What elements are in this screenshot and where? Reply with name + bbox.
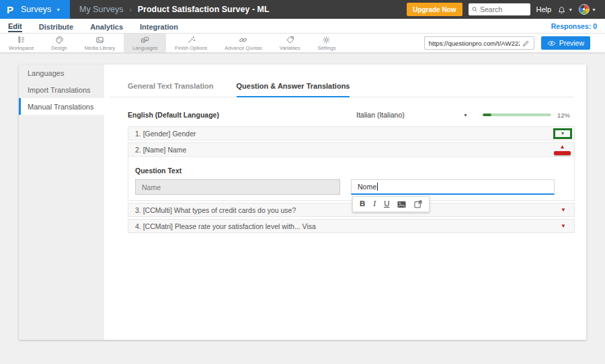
collapse-caret-icon[interactable]: ▲ (560, 144, 565, 150)
chevron-down-icon: ▼ (56, 7, 61, 12)
nav-edit[interactable]: Edit (8, 20, 22, 32)
toolbar-workspace[interactable]: Workspace (0, 34, 42, 52)
global-search[interactable] (469, 3, 530, 15)
survey-title: Product Satisfaction Survey - ML (138, 5, 270, 14)
image-icon (397, 201, 406, 208)
translate-icon: AR (140, 36, 149, 44)
responses-count[interactable]: Responses: 0 (551, 22, 597, 30)
media-image-icon (95, 36, 104, 44)
breadcrumb-separator-icon: › (129, 6, 131, 13)
survey-url-field[interactable] (424, 36, 534, 50)
translation-progress-bar (483, 113, 551, 116)
edit-toolbar: Workspace Design Media Library AR Langua… (0, 34, 605, 52)
sidebar-item-manual-translations[interactable]: Manual Translations (19, 98, 104, 115)
text-cursor (377, 183, 378, 191)
question-list: 1. [Gender] Gender ▼ 2. [Name] Name ▲ (128, 126, 575, 233)
search-input[interactable] (480, 5, 527, 13)
source-language-label: English (Default Language) (128, 111, 356, 119)
annotation-green-highlight-box: ▼ (553, 128, 572, 139)
target-language-value: Italian (Italiano) (356, 111, 405, 119)
format-toolbar: B I U (352, 196, 430, 212)
svg-text:R: R (143, 39, 145, 42)
chevron-down-icon: ▼ (568, 7, 573, 12)
question-row-ccmulti[interactable]: 3. [CCMulti] What types of credit cards … (128, 203, 575, 217)
bell-icon (557, 5, 566, 14)
notifications-menu[interactable]: ▼ (557, 5, 573, 14)
toolbar-media-library[interactable]: Media Library (76, 34, 124, 52)
product-switcher[interactable]: P Surveys ▼ (0, 0, 70, 19)
svg-text:A: A (146, 38, 148, 41)
bold-button[interactable]: B (360, 200, 365, 208)
questionpro-logo: P (7, 5, 13, 15)
magic-wand-icon (187, 36, 196, 44)
translations-sidebar: Languages Import Translations Manual Tra… (19, 64, 104, 340)
annotation-red-collapse-marker: ▲ (554, 144, 571, 155)
toolbar-design[interactable]: Design (42, 34, 75, 52)
question-text-label: Question Text (135, 167, 555, 175)
source-text-field: Name (135, 179, 340, 195)
question-row-ccmatri[interactable]: 4. [CCMatri] Please rate your satisfacti… (128, 219, 575, 233)
translations-card: Languages Import Translations Manual Tra… (19, 64, 586, 340)
translation-progress-fill (483, 113, 491, 116)
workspace-icon (17, 36, 26, 44)
search-icon (472, 6, 477, 13)
tab-question-answer-translations[interactable]: Question & Answer Translations (237, 82, 350, 97)
upgrade-now-button[interactable]: Upgrade Now (407, 3, 462, 16)
external-link-icon (414, 200, 422, 208)
tab-general-text-translation[interactable]: General Text Translation (128, 82, 214, 97)
toolbar-variables[interactable]: Variables (271, 34, 309, 52)
expand-caret-icon[interactable]: ▼ (561, 208, 566, 213)
toolbar-advance-quotas[interactable]: Advance Quotas (216, 34, 270, 52)
help-link[interactable]: Help (536, 5, 552, 13)
translations-main: General Text Translation Question & Answ… (104, 64, 586, 340)
avatar (579, 4, 590, 15)
sidebar-item-import-translations[interactable]: Import Translations (19, 81, 104, 98)
question-expanded-name: 2. [Name] Name ▲ Question Text Name (128, 142, 575, 201)
survey-url-input[interactable] (429, 40, 520, 47)
translation-text-input[interactable]: Nome (351, 179, 555, 195)
product-menu-label: Surveys (21, 5, 51, 14)
gear-icon (322, 36, 331, 44)
toolbar-settings[interactable]: Settings (309, 34, 344, 52)
edit-pencil-icon[interactable] (522, 40, 530, 47)
page-content: Languages Import Translations Manual Tra… (0, 52, 605, 340)
chain-link-icon (239, 36, 247, 44)
nav-analytics[interactable]: Analytics (90, 21, 123, 32)
underline-button[interactable]: U (384, 200, 389, 208)
question-row-name[interactable]: 2. [Name] Name ▲ (128, 143, 574, 157)
translation-tabs: General Text Translation Question & Answ… (110, 82, 575, 97)
translation-editor-panel: Question Text Name Nome B (128, 157, 574, 200)
italic-button[interactable]: I (373, 200, 376, 208)
insert-link-button[interactable] (414, 200, 422, 208)
annotation-red-bar (554, 151, 571, 155)
palette-icon (55, 36, 64, 44)
eye-icon (547, 40, 556, 46)
language-row: English (Default Language) Italian (Ital… (128, 111, 575, 119)
translation-progress-percent: 12% (557, 111, 570, 119)
toolbar-finish-options[interactable]: Finish Options (166, 34, 216, 52)
nav-integration[interactable]: Integration (140, 21, 178, 32)
breadcrumb: My Surveys › Product Satisfaction Survey… (79, 5, 270, 14)
target-language-select[interactable]: Italian (Italiano) ▼ (356, 111, 468, 119)
sidebar-item-languages[interactable]: Languages (19, 64, 104, 81)
primary-nav: Edit Distribute Analytics Integration Re… (0, 19, 605, 34)
preview-button[interactable]: Preview (541, 36, 590, 50)
expand-caret-icon[interactable]: ▼ (561, 131, 565, 136)
expand-caret-icon[interactable]: ▼ (561, 224, 566, 229)
nav-distribute[interactable]: Distribute (39, 21, 73, 32)
toolbar-languages[interactable]: AR Languages (124, 34, 166, 52)
question-row-gender[interactable]: 1. [Gender] Gender ▼ (128, 126, 575, 140)
tag-icon (286, 36, 294, 44)
account-menu[interactable]: ▼ (579, 4, 596, 15)
insert-image-button[interactable] (397, 201, 406, 208)
chevron-down-icon: ▼ (592, 7, 596, 12)
breadcrumb-my-surveys[interactable]: My Surveys (79, 5, 123, 14)
top-bar: P Surveys ▼ My Surveys › Product Satisfa… (0, 0, 605, 19)
chevron-down-icon: ▼ (463, 113, 468, 118)
